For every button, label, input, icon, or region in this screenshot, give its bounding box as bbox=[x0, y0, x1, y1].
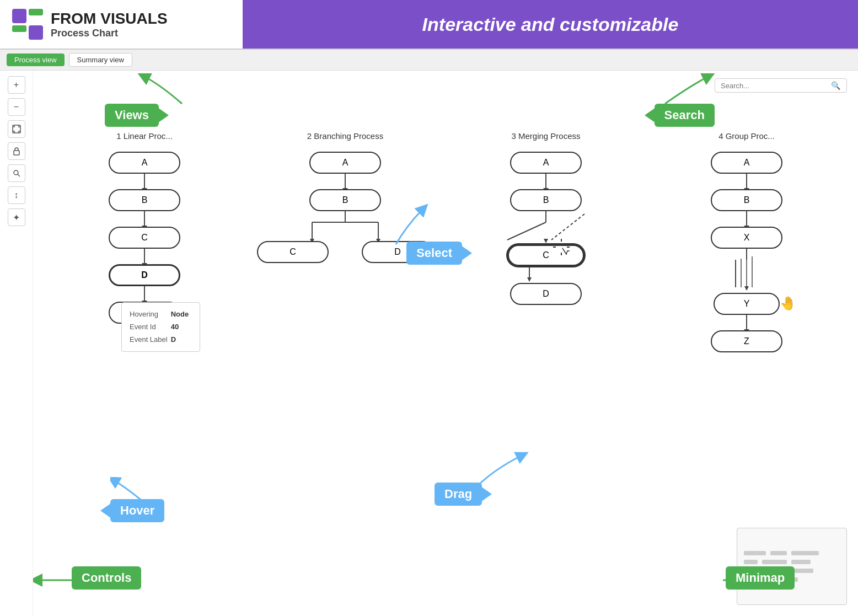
hover-tooltip: Hovering Node Event Id 40 Event Label D bbox=[121, 302, 200, 352]
process-title-2: 2 Branching Process bbox=[307, 131, 383, 141]
select-label: Select bbox=[406, 242, 462, 265]
views-annotation-container: Views bbox=[105, 104, 159, 127]
node-1-C[interactable]: C bbox=[109, 227, 180, 249]
svg-point-6 bbox=[14, 170, 18, 175]
node-3-C[interactable]: C bbox=[507, 244, 584, 266]
node-2-C[interactable]: C bbox=[257, 241, 329, 263]
tab-summary-view[interactable]: Summary view bbox=[69, 53, 132, 67]
tooltip-label-1: Hovering bbox=[130, 308, 171, 321]
main-area: + − ↕ ✦ 🔍 bbox=[0, 71, 858, 616]
minimap-label: Minimap bbox=[726, 566, 795, 590]
node-3-A[interactable]: A bbox=[510, 152, 582, 174]
process-col-2: 2 Branching Process A B C D bbox=[245, 131, 446, 528]
node-4-X[interactable]: X bbox=[711, 227, 782, 249]
hand-drag-icon: 🤚 bbox=[780, 296, 796, 311]
logo-title: FROM VISUALS bbox=[51, 10, 168, 28]
expand-button[interactable]: ↕ bbox=[8, 186, 25, 204]
svg-line-15 bbox=[507, 222, 546, 240]
node-3-D[interactable]: D bbox=[510, 283, 582, 305]
process-col-3: 3 Merging Process A B C bbox=[446, 131, 646, 528]
minimap-line-2 bbox=[744, 560, 840, 564]
svg-marker-17 bbox=[544, 239, 548, 243]
arrow-4-BX bbox=[746, 211, 747, 227]
logo-subtitle: Process Chart bbox=[51, 28, 168, 39]
drag-label: Drag bbox=[435, 483, 482, 506]
node-4-B[interactable]: B bbox=[711, 189, 782, 211]
minimap-line-1 bbox=[744, 551, 840, 555]
process-col-4: 4 Group Proc... A B X Y bbox=[646, 131, 847, 528]
hover-label: Hover bbox=[110, 499, 164, 522]
svg-rect-1 bbox=[29, 9, 43, 15]
node-4-A[interactable]: A bbox=[711, 152, 782, 174]
controls-arrow bbox=[33, 572, 77, 588]
node-3-B[interactable]: B bbox=[510, 189, 582, 211]
node-1-D[interactable]: D bbox=[109, 264, 180, 286]
process-title-1: 1 Linear Proc... bbox=[116, 131, 173, 141]
search-bar[interactable]: 🔍 bbox=[715, 78, 847, 93]
minimap-block bbox=[744, 560, 758, 564]
views-label: Views bbox=[105, 104, 159, 127]
views-arrow-svg bbox=[138, 73, 193, 106]
svg-rect-0 bbox=[12, 9, 26, 23]
svg-marker-23 bbox=[527, 277, 532, 282]
minimap-block bbox=[791, 551, 819, 555]
svg-marker-29 bbox=[744, 286, 749, 291]
logo-area: FROM VISUALS Process Chart bbox=[0, 8, 243, 41]
banner-text: Interactive and customizable bbox=[422, 14, 679, 35]
arrow-2-AB bbox=[345, 174, 346, 189]
lock-button[interactable] bbox=[8, 142, 25, 160]
svg-line-16 bbox=[551, 214, 584, 240]
zoom-in-button[interactable]: + bbox=[8, 76, 25, 94]
tabs-bar: Process view Summary view bbox=[0, 50, 858, 71]
arrow-1-DE bbox=[144, 286, 145, 302]
search-icon-button[interactable]: 🔍 bbox=[831, 81, 840, 90]
tooltip-value-1: Node bbox=[171, 308, 192, 321]
arrow-3-AB bbox=[545, 174, 546, 189]
node-1-A[interactable]: A bbox=[109, 152, 180, 174]
search-arrow-svg bbox=[659, 73, 715, 106]
arrow-1-CD bbox=[144, 249, 145, 264]
select-annotation-container: Select bbox=[406, 242, 462, 265]
node-1-B[interactable]: B bbox=[109, 189, 180, 211]
merge-arrow-cd bbox=[496, 266, 596, 283]
merge-svg-top bbox=[496, 211, 596, 244]
svg-rect-2 bbox=[12, 25, 26, 32]
arrow-1-AB bbox=[144, 174, 145, 189]
search-control-button[interactable] bbox=[8, 164, 25, 182]
settings-button[interactable]: ✦ bbox=[8, 208, 25, 226]
fit-view-button[interactable] bbox=[8, 120, 25, 138]
svg-rect-5 bbox=[14, 151, 19, 155]
node-4-Y[interactable]: Y bbox=[714, 293, 780, 315]
minimap-block bbox=[762, 560, 787, 564]
click-cursor bbox=[553, 239, 570, 258]
controls-panel: + − ↕ ✦ bbox=[0, 71, 33, 616]
node-4-Y-container: Y 🤚 bbox=[714, 293, 780, 315]
search-label: Search bbox=[655, 104, 715, 127]
drag-annotation-container: Drag bbox=[435, 483, 482, 506]
tooltip-label-3: Event Label bbox=[130, 334, 171, 346]
svg-rect-4 bbox=[13, 125, 20, 133]
content-area: 🔍 Views Search 1 Linear Proc... A bbox=[33, 71, 858, 616]
process-title-4: 4 Group Proc... bbox=[718, 131, 775, 141]
hover-annotation-container: Hover bbox=[110, 499, 164, 522]
header-banner: Interactive and customizable bbox=[243, 0, 858, 49]
minimap-block bbox=[791, 560, 811, 564]
search-input[interactable] bbox=[721, 82, 831, 90]
minimap-block bbox=[770, 551, 787, 555]
tooltip-value-3: D bbox=[171, 334, 192, 346]
tooltip-label-2: Event Id bbox=[130, 321, 171, 334]
node-4-Z[interactable]: Z bbox=[711, 330, 782, 352]
arrow-1-BC bbox=[144, 211, 145, 227]
group-svg bbox=[691, 249, 802, 293]
logo-icon bbox=[11, 8, 44, 41]
svg-rect-3 bbox=[29, 25, 43, 40]
svg-line-7 bbox=[18, 174, 20, 176]
logo-text-block: FROM VISUALS Process Chart bbox=[51, 10, 168, 39]
tab-process-view[interactable]: Process view bbox=[7, 53, 65, 66]
node-2-A[interactable]: A bbox=[309, 152, 381, 174]
zoom-out-button[interactable]: − bbox=[8, 98, 25, 116]
select-arrow bbox=[363, 203, 429, 247]
arrow-4-AB bbox=[746, 174, 747, 189]
minimap-block bbox=[744, 551, 766, 555]
arrow-4-YZ bbox=[746, 315, 747, 330]
